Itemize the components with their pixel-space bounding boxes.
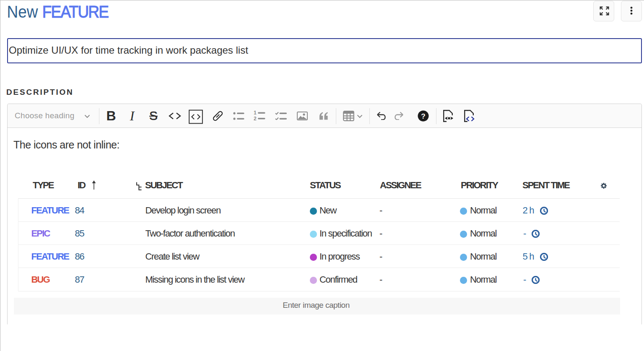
- svg-text:2: 2: [254, 116, 257, 121]
- svg-text:1: 1: [254, 111, 257, 116]
- svg-text:?: ?: [421, 112, 425, 120]
